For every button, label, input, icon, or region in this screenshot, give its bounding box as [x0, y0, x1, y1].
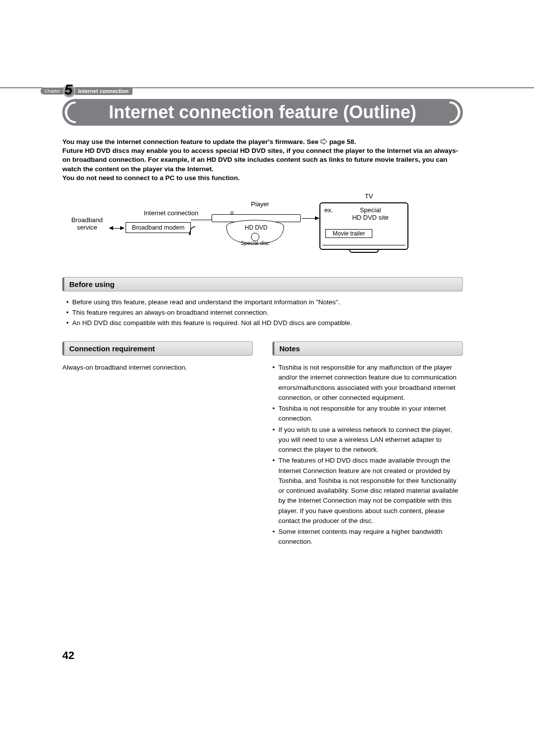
- diagram-tv-bar: [322, 245, 405, 247]
- diagram-player-knob-icon: [230, 211, 233, 214]
- page-title-bar: Internet connection feature (Outline): [62, 99, 463, 126]
- intro-page-ref: page 58.: [329, 138, 356, 145]
- list-item: Some internet contents may require a hig…: [272, 527, 463, 547]
- before-using-list: Before using this feature, please read a…: [62, 297, 463, 329]
- diagram-label-hddvd: HD DVD: [236, 224, 276, 231]
- list-item: This feature requires an always-on broad…: [66, 308, 463, 318]
- list-item: The features of HD DVD discs made availa…: [272, 456, 463, 526]
- list-item: If you wish to use a wireless network to…: [272, 425, 463, 455]
- chapter-tab: Chapter 5 Internet connection: [41, 84, 133, 98]
- list-item: Toshiba is not responsible for any troub…: [272, 404, 463, 424]
- notes-list: Toshiba is not responsible for any malfu…: [272, 363, 463, 547]
- two-column-section: Connection requirement Always-on broadba…: [62, 341, 463, 548]
- column-connection-requirement: Connection requirement Always-on broadba…: [62, 341, 253, 548]
- chapter-number: 5: [64, 81, 73, 98]
- page-ref-arrow-icon: [320, 138, 327, 147]
- page-number: 42: [62, 649, 74, 662]
- diagram-label-special-disc: Special disc: [233, 240, 277, 246]
- connection-diagram: Broadband service Broadband modem Intern…: [62, 195, 463, 262]
- heading-notes: Notes: [272, 341, 463, 356]
- intro-line-2: Future HD DVD discs may enable you to ac…: [62, 147, 458, 172]
- diagram-label-special-site: Special HD DVD site: [343, 206, 398, 221]
- diagram-arrow-to-tv: [302, 218, 319, 219]
- page-title: Internet connection feature (Outline): [109, 102, 416, 123]
- intro-line-3: You do not need to connect to a PC to us…: [62, 174, 240, 182]
- diagram-box-modem: Broadband modem: [126, 222, 191, 233]
- diagram-label-internet-connection: Internet connection: [134, 209, 208, 217]
- list-item: Before using this feature, please read a…: [66, 297, 463, 308]
- chapter-section: Internet connection: [74, 87, 133, 95]
- diagram-label-tv: TV: [359, 192, 379, 200]
- intro-line-1: You may use the internet connection feat…: [62, 138, 318, 145]
- modem-antenna-icon: [188, 225, 198, 237]
- column-notes: Notes Toshiba is not responsible for any…: [272, 341, 463, 548]
- connection-requirement-body: Always-on broadband internet connection.: [62, 363, 253, 373]
- diagram-label-broadband-service: Broadband service: [65, 216, 109, 231]
- list-item: An HD DVD disc compatible with this feat…: [66, 318, 463, 329]
- chapter-number-badge: 5: [62, 84, 76, 98]
- diagram-tv-stand: [349, 250, 379, 253]
- section-before-using: Before using Before using this feature, …: [62, 277, 463, 329]
- chapter-label: Chapter: [41, 88, 65, 94]
- diagram-movie-trailer-box: Movie trailer: [325, 229, 372, 238]
- diagram-label-ex: ex.: [324, 206, 336, 214]
- intro-paragraph: You may use the internet connection feat…: [62, 138, 463, 183]
- diagram-arrow-right: [109, 228, 124, 229]
- diagram-label-player: Player: [240, 200, 280, 208]
- heading-before-using: Before using: [62, 277, 463, 291]
- heading-connection-requirement: Connection requirement: [62, 341, 253, 356]
- svg-point-0: [189, 233, 191, 235]
- list-item: Toshiba is not responsible for any malfu…: [272, 363, 463, 403]
